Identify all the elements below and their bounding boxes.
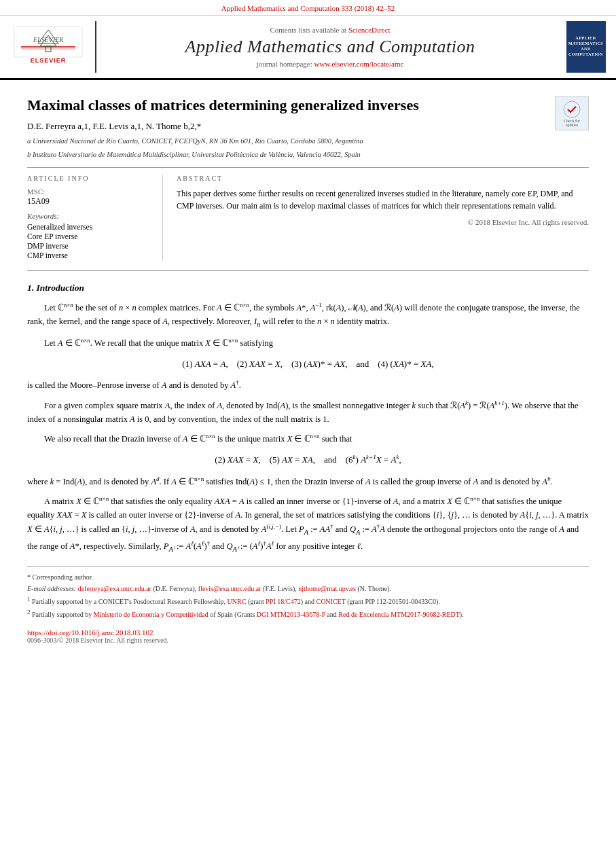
intro-para3: is called the Moore–Penrose inverse of A… [27,378,589,392]
keywords-label: Keywords: [27,212,151,220]
homepage-link[interactable]: www.elsevier.com/locate/amc [314,60,404,68]
svg-text:ELSEVIER: ELSEVIER [31,57,67,64]
cover-text-line4: COMPUTATION [568,52,603,58]
abstract-text: This paper derives some further results … [177,187,589,213]
header-divider [27,167,589,168]
ministerio-link[interactable]: Ministerio de Economía y Competitividad [94,611,209,619]
intro-para5: We also recall that the Drazin inverse o… [27,431,589,446]
equations-drazin: (2) XAX = X, (5) AX = XA, and (6k) Ak+1X… [27,452,589,467]
keyword-4: CMP inverse [27,251,151,260]
email-ferreyra[interactable]: deferreya@exa.unrc.edu.ar [78,585,151,592]
article-info-abstract-section: ARTICLE INFO MSC: 15A09 Keywords: Genera… [27,175,589,261]
abstract-panel: ABSTRACT This paper derives some further… [177,175,589,261]
intro-para7: A matrix X ∈ ℂn×n that satisfies the onl… [27,494,589,555]
article-info-panel: ARTICLE INFO MSC: 15A09 Keywords: Genera… [27,175,163,261]
homepage-line: journal homepage: www.elsevier.com/locat… [257,60,404,68]
unrc-link[interactable]: UNRC [228,598,247,605]
journal-title-area: Contents lists available at ScienceDirec… [103,21,557,73]
paper-body: Check forupdates Maximal classes of matr… [0,80,616,658]
svg-point-8 [564,101,580,118]
email-levis[interactable]: flevis@exa.unrc.edu.ar [198,585,261,592]
check-badge-box: Check forupdates [555,96,589,130]
keyword-1: Generalized inverses [27,223,151,231]
red-excelencia-link[interactable]: Red de Excelencia MTM2017-90682-REDT [338,611,460,619]
copyright-line: © 2018 Elsevier Inc. All rights reserved… [177,218,589,226]
intro-para2: Let A ∈ ℂn×n. We recall that the unique … [27,336,589,350]
journal-cover-thumbnail: APPLIED MATHEMATICS AND COMPUTATION [564,21,608,73]
abstract-heading: ABSTRACT [177,175,589,182]
corresponding-author-note: * Corresponding author. [27,572,589,582]
intro-para6: where k = Ind(A), and is denoted by Ad. … [27,474,589,488]
journal-citation: Applied Mathematics and Computation 333 … [0,0,616,16]
doi-section: https://doi.org/10.1016/j.amc.2018.03.10… [27,628,589,637]
cover-text-line3: AND [581,47,591,52]
publisher-logo: ELSEVIER ELSEVIER [8,21,96,73]
paper-title: Maximal classes of matrices determining … [27,96,589,114]
cover-text-line1: APPLIED [576,36,596,41]
journal-header: ELSEVIER ELSEVIER Contents lists availab… [0,16,616,80]
intro-para4: For a given complex square matrix A, the… [27,398,589,426]
check-updates-badge: Check forupdates [555,96,589,130]
cover-box: APPLIED MATHEMATICS AND COMPUTATION [566,21,606,73]
homepage-text: journal homepage: [257,60,314,68]
keyword-2: Core EP inverse [27,232,151,240]
affiliation-a: a Universidad Nacional de Río Cuarto, CO… [27,136,589,147]
msc-label: MSC: [27,187,151,196]
affiliation-b: b Instituto Universitario de Matemática … [27,149,589,160]
email-note: E-mail addresses: deferreya@exa.unrc.edu… [27,584,589,594]
doi-link[interactable]: https://doi.org/10.1016/j.amc.2018.03.10… [27,628,153,637]
content-divider [27,270,589,271]
contents-available-line: Contents lists available at ScienceDirec… [270,26,390,34]
cover-text-line2: MATHEMATICS [568,41,603,47]
citation-text: Applied Mathematics and Computation 333 … [221,4,395,12]
intro-para1: Let ℂn×n be the set of n × n complex mat… [27,300,589,330]
dgi-grant-link[interactable]: DGI MTM2013-43678-P [257,611,325,619]
introduction-title: 1. Introduction [27,281,589,296]
journal-main-title: Applied Mathematics and Computation [185,37,475,57]
email-thome[interactable]: njthome@mat.upv.es [298,585,356,592]
issn-section: 0096-3003/© 2018 Elsevier Inc. All right… [27,637,589,644]
msc-value: 15A09 [27,196,151,207]
footnote-2: 2 Partially supported by Ministerio de E… [27,608,589,620]
check-updates-label: Check forupdates [564,119,580,127]
grant-ppi-link[interactable]: PPI 18/C472 [266,598,300,605]
footnotes-section: * Corresponding author. E-mail addresses… [27,566,589,620]
main-content: 1. Introduction Let ℂn×n be the set of n… [27,281,589,555]
contents-text: Contents lists available at [270,26,348,34]
and-connector: and [356,359,369,369]
svg-text:ELSEVIER: ELSEVIER [33,36,63,43]
keyword-3: DMP inverse [27,242,151,250]
equations-moore-penrose: (1) AXA = A, (2) XAX = X, (3) (AX)* = AX… [27,357,589,372]
sciencedirect-link[interactable]: ScienceDirect [348,26,391,34]
check-updates-icon [562,100,581,119]
authors-line: D.E. Ferreyra a,1, F.E. Levis a,1, N. Th… [27,121,589,132]
footnote-1: 1 Partially supported by a CONICET's Pos… [27,595,589,607]
article-info-heading: ARTICLE INFO [27,175,151,182]
conicet-link[interactable]: CONICET [316,598,345,605]
